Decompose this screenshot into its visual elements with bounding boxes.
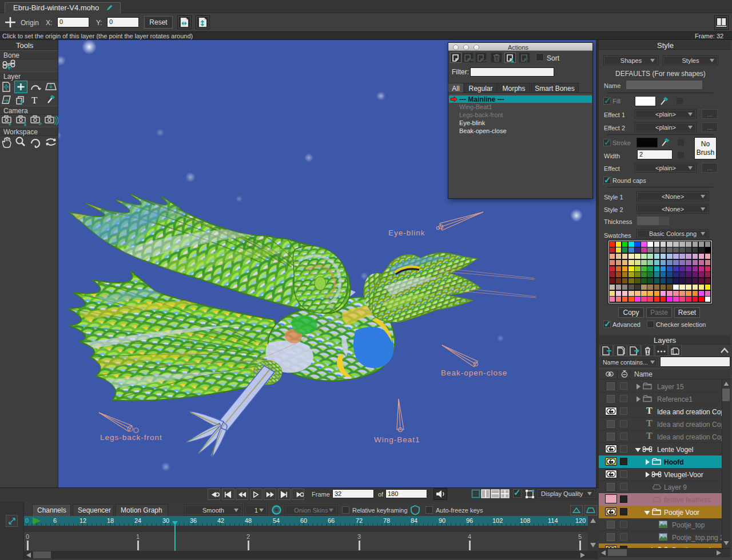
svg-text:Beak-open-close: Beak-open-close [441,369,507,377]
svg-text:Legs-back-front: Legs-back-front [100,433,162,442]
svg-text:Eye-blink: Eye-blink [388,229,425,237]
svg-text:T: T [31,95,38,105]
svg-text:Wing-Beat1: Wing-Beat1 [374,435,420,444]
